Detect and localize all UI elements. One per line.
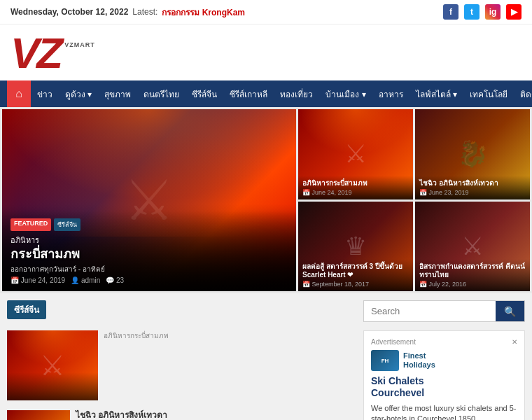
nav-item-food[interactable]: อาหาร	[372, 80, 410, 107]
section-series-header: ซีรีส์จีน	[7, 300, 46, 319]
post-list: 🐉 ไชฉิว อภินิหารสิงห์เทวดา 📅 June 23, 20…	[7, 405, 356, 420]
home-button[interactable]: ⌂	[7, 80, 31, 107]
ad-brand-name: FinestHolidays	[403, 351, 435, 370]
hero-ep: 💬 23	[106, 276, 124, 284]
hero-meta: 📅 June 24, 2019 👤 admin 💬 23	[10, 276, 288, 284]
logo-tagline: VZMART	[64, 42, 95, 48]
thumb-title-1: อภินิหารกระบี่สามภพ	[302, 179, 409, 188]
logo-v: V	[10, 31, 36, 75]
search-box: 🔍	[363, 300, 525, 322]
hero-author: 👤 admin	[71, 276, 100, 284]
facebook-icon[interactable]: f	[443, 4, 458, 20]
search-input[interactable]	[364, 301, 496, 321]
thumb-date-4: 📅 July 22, 2016	[419, 281, 526, 288]
twitter-icon[interactable]: t	[464, 4, 479, 20]
nav-item-home-city[interactable]: บ้านเมือง ▾	[319, 80, 372, 107]
thumb-date-3: 📅 September 18, 2017	[302, 281, 409, 288]
nav-items: ข่าว ดูด้วง ▾ สุขภาพ ดนตรีไทย ซีรีส์จีน …	[31, 80, 532, 107]
hero-thumb-1[interactable]: ⚔ อภินิหารกระบี่สามภพ 📅 June 24, 2019	[298, 109, 413, 200]
nav-bar: ⌂ ข่าว ดูด้วง ▾ สุขภาพ ดนตรีไทย ซีรีส์จี…	[0, 80, 532, 107]
ad-label: Advertisement	[371, 338, 416, 346]
nav-item-lifestyle[interactable]: ไลฟ์สไตล์ ▾	[410, 80, 463, 107]
nav-item-travel[interactable]: ทองเที่ยว	[274, 80, 319, 107]
main-content: ซีรีส์จีน ⚔ อภินิหารกระบี่สามภพ 🐉	[7, 300, 356, 420]
logo[interactable]: V Z VZMART	[10, 31, 95, 75]
nav-item-contact[interactable]: ติดต่อเรา	[514, 80, 532, 107]
hero-thumb-3[interactable]: ♛ ผลต่อสู้ สตาร์สสวรรค์ 3 ปีขึ้นด้วย Sca…	[298, 202, 413, 292]
ad-logo-img: FH	[371, 350, 399, 371]
nav-item-doodueang[interactable]: ดูด้วง ▾	[59, 80, 98, 107]
thumb-overlay-4: อิสรภาพกำแดงสตาร์สวรรค์ คีตนน์ ทราบไทย 📅…	[415, 259, 530, 291]
big-post-thumb[interactable]: ⚔	[7, 330, 98, 400]
top-bar: Wednesday, October 12, 2022 Latest: กรอก…	[0, 0, 532, 24]
big-post-info: อภินิหารกระบี่สามภพ	[104, 330, 356, 400]
ad-header: Advertisement ✕	[371, 338, 517, 346]
thumb-title-4: อิสรภาพกำแดงสตาร์สวรรค์ คีตนน์ ทราบไทย	[419, 262, 526, 279]
hero-main-title: กระบี่สามภพ	[10, 248, 288, 262]
nav-item-health[interactable]: สุขภาพ	[98, 80, 137, 107]
logo-z: Z	[36, 31, 63, 75]
badge-featured: FEATURED	[10, 218, 51, 231]
ad-logo: FH FinestHolidays	[371, 350, 517, 371]
ad-close-button[interactable]: ✕	[512, 338, 517, 346]
post-title-1[interactable]: ไชฉิว อภินิหารสิงห์เทวดา	[76, 410, 356, 420]
nav-item-news[interactable]: ข่าว	[31, 80, 59, 107]
post-item: 🐉 ไชฉิว อภินิหารสิงห์เทวดา 📅 June 23, 20…	[7, 405, 356, 420]
hero-date: 📅 June 24, 2019	[10, 276, 65, 284]
thumb-title-2: ไชฉิว อภินิหารสิงห์เทวดา	[419, 179, 526, 188]
hero-pre-title: อภินิหาร	[10, 234, 288, 246]
nav-item-tech[interactable]: เทคโนโลยี	[463, 80, 514, 107]
hero-right: ⚔ อภินิหารกระบี่สามภพ 📅 June 24, 2019 🐉 …	[298, 109, 530, 291]
nav-item-series-cn[interactable]: ซีรีส์จีน	[186, 80, 223, 107]
hero-subtitle: ออกอากาศทุกวันเสาร์ - อาทิตย์	[10, 264, 288, 274]
post-thumb-1[interactable]: 🐉	[7, 410, 70, 420]
logo-bar: V Z VZMART	[0, 24, 532, 80]
hero-section: ⚔ FEATURED ซีรีส์จีน อภินิหาร กระบี่สามภ…	[0, 107, 532, 293]
search-button[interactable]: 🔍	[496, 301, 524, 321]
hero-thumbs-bottom: ♛ ผลต่อสู้ สตาร์สสวรรค์ 3 ปีขึ้นด้วย Sca…	[298, 202, 530, 292]
hero-thumb-4[interactable]: ⚔ อิสรภาพกำแดงสตาร์สวรรค์ คีตนน์ ทราบไทย…	[415, 202, 530, 292]
social-icons: f t ig ▶	[443, 4, 522, 20]
big-post: ⚔ อภินิหารกระบี่สามภพ	[7, 330, 356, 400]
thumb-date-2: 📅 June 23, 2019	[419, 189, 526, 196]
latest-label: Latest:	[132, 7, 158, 17]
big-post-label: อภินิหารกระบี่สามภพ	[104, 330, 356, 341]
hero-thumbs-top: ⚔ อภินิหารกระบี่สามภพ 📅 June 24, 2019 🐉 …	[298, 109, 530, 200]
youtube-icon[interactable]: ▶	[506, 4, 522, 20]
hero-thumb-2[interactable]: 🐉 ไชฉิว อภินิหารสิงห์เทวดา 📅 June 23, 20…	[415, 109, 530, 200]
hero-main[interactable]: ⚔ FEATURED ซีรีส์จีน อภินิหาร กระบี่สามภ…	[2, 109, 296, 291]
instagram-icon[interactable]: ig	[485, 4, 500, 20]
post-info-1: ไชฉิว อภินิหารสิงห์เทวดา 📅 June 23, 2019…	[76, 410, 356, 420]
hero-title-overlay: FEATURED ซีรีส์จีน อภินิหาร กระบี่สามภพ …	[2, 211, 296, 291]
content-area: ซีรีส์จีน ⚔ อภินิหารกระบี่สามภพ 🐉	[0, 293, 532, 420]
thumb-overlay-1: อภินิหารกระบี่สามภพ 📅 June 24, 2019	[298, 176, 413, 200]
badge-series: ซีรีส์จีน	[54, 218, 80, 231]
nav-item-music[interactable]: ดนตรีไทย	[137, 80, 186, 107]
sidebar: 🔍 Advertisement ✕ FH FinestHolidays Ski …	[363, 300, 525, 420]
top-bar-left: Wednesday, October 12, 2022 Latest: กรอก…	[10, 6, 245, 19]
ad-title: Ski ChaletsCourchevel	[371, 375, 517, 399]
hero-badges: FEATURED ซีรีส์จีน	[10, 218, 288, 231]
thumb-overlay-2: ไชฉิว อภินิหารสิงห์เทวดา 📅 June 23, 2019	[415, 176, 530, 200]
ad-description: We offer the most luxury ski chalets and…	[371, 403, 517, 420]
latest-link[interactable]: กรอกกรรม KrongKam	[162, 6, 245, 19]
thumb-date-1: 📅 June 24, 2019	[302, 189, 409, 196]
thumb-title-3: ผลต่อสู้ สตาร์สสวรรค์ 3 ปีขึ้นด้วย Scarl…	[302, 262, 409, 279]
ad-box: Advertisement ✕ FH FinestHolidays Ski Ch…	[363, 330, 525, 420]
thumb-overlay-3: ผลต่อสู้ สตาร์สสวรรค์ 3 ปีขึ้นด้วย Scarl…	[298, 259, 413, 291]
date-label: Wednesday, October 12, 2022	[10, 7, 128, 17]
nav-item-series-kr[interactable]: ซีรีส์เกาหลี	[223, 80, 274, 107]
